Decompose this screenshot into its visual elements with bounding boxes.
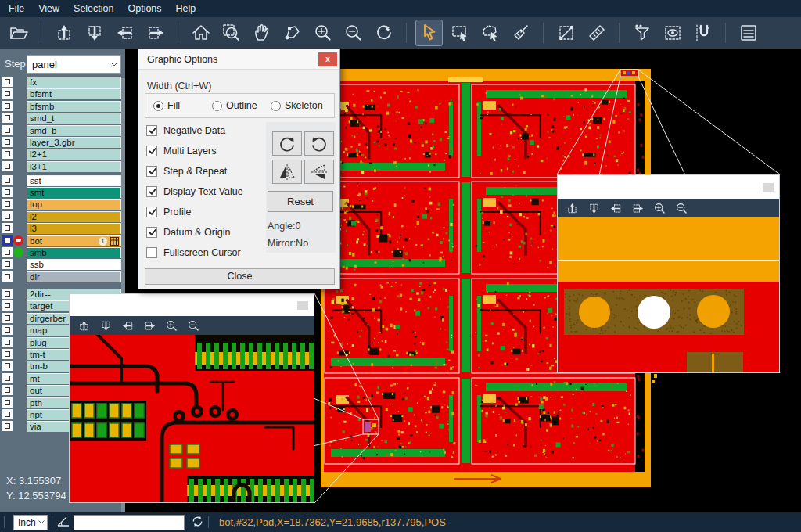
select-polygon-button[interactable]	[477, 20, 503, 45]
layer-chip-smd_t[interactable]: smd_t	[27, 113, 121, 124]
checkbox-fullscreen-cursor[interactable]: Fullscreen Cursor	[146, 247, 241, 258]
panel-left-button[interactable]	[118, 318, 137, 333]
layer-chip-smd_b[interactable]: smd_b	[27, 125, 121, 136]
rotate-ccw-button[interactable]	[304, 131, 334, 156]
zoom-window-button[interactable]	[218, 20, 244, 45]
layer-checkbox-tm-t[interactable]	[2, 349, 13, 359]
layer-checkbox-npt[interactable]	[2, 409, 13, 419]
dialog-titlebar[interactable]: Graphic Options x	[138, 49, 339, 70]
unit-select[interactable]: Inch	[13, 515, 48, 530]
layer-chip-sst[interactable]: sst	[27, 175, 121, 186]
layer-checkbox-layer_3.gbr[interactable]	[2, 137, 13, 147]
layer-chip-bfsmt[interactable]: bfsmt	[27, 88, 121, 99]
menu-help[interactable]: Help	[169, 2, 203, 16]
layer-checkbox-bfsmt[interactable]	[2, 88, 13, 99]
clear-highlight-button[interactable]	[508, 20, 533, 45]
filter-button[interactable]	[629, 20, 655, 45]
layer-checkbox-top[interactable]	[2, 199, 13, 209]
reset-button[interactable]: Reset	[268, 191, 333, 212]
zoom-out-button[interactable]	[672, 200, 691, 216]
zoom-out-button[interactable]	[184, 318, 203, 333]
layer-checkbox-pth[interactable]	[2, 397, 13, 408]
checkbox-display-text-value[interactable]: Display Text Value	[146, 186, 243, 197]
refresh-icon[interactable]	[191, 515, 204, 530]
flip-vertical-button[interactable]	[304, 160, 334, 184]
layer-chip-smt[interactable]: smt	[27, 187, 121, 198]
panel-down-button[interactable]	[96, 318, 115, 333]
radio-fill[interactable]: Fill	[153, 100, 180, 111]
dialog-close-button[interactable]: x	[318, 52, 337, 66]
layer-chip-l2[interactable]: l2	[27, 211, 121, 222]
layer-checkbox-bfsmb[interactable]	[2, 101, 13, 111]
step-select[interactable]: panel	[27, 55, 121, 74]
panel-up-button[interactable]	[51, 20, 77, 45]
layer-chip-fx[interactable]: fx	[27, 77, 121, 88]
snap-magnet-button[interactable]	[690, 20, 716, 45]
angle-mode-icon[interactable]	[56, 514, 70, 530]
flip-horizontal-button[interactable]	[272, 160, 302, 184]
zoom-window-right-titlebar[interactable]	[558, 175, 779, 199]
menu-file[interactable]: File	[2, 2, 31, 16]
menu-view[interactable]: View	[31, 2, 66, 16]
zoom-out-button[interactable]	[340, 20, 366, 45]
layer-chip-bot[interactable]: bot1	[27, 235, 121, 246]
panel-down-button[interactable]	[81, 20, 107, 45]
layer-indicator-red-dot[interactable]	[13, 235, 23, 246]
layer-table-button[interactable]	[735, 20, 761, 45]
panel-right-button[interactable]	[140, 318, 159, 333]
layer-chip-l2+1[interactable]: l2+1	[27, 149, 121, 160]
layer-checkbox-sst[interactable]	[2, 175, 13, 185]
layer-checkbox-out[interactable]	[2, 385, 13, 395]
menu-selection[interactable]: Selection	[66, 2, 120, 16]
layer-chip-top[interactable]: top	[27, 199, 121, 210]
zoom-window-left-titlebar[interactable]	[70, 294, 314, 316]
layer-checkbox-smt[interactable]	[2, 187, 13, 197]
layer-checkbox-fx[interactable]	[2, 77, 13, 87]
layer-chip-smb[interactable]: smb	[27, 247, 121, 258]
zoom-in-button[interactable]	[650, 200, 669, 216]
layer-checkbox-l3+1[interactable]	[2, 161, 13, 171]
layer-chip-layer_3.gbr[interactable]: layer_3.gbr	[27, 137, 121, 148]
zoom-in-button[interactable]	[162, 318, 181, 333]
select-rect-button[interactable]	[447, 20, 472, 45]
zoom-window-left[interactable]	[69, 293, 314, 503]
zoom-window-right[interactable]	[557, 174, 780, 373]
layer-chip-dir[interactable]: dir	[27, 271, 121, 282]
layer-chip-l3[interactable]: l3	[27, 223, 121, 234]
radio-skeleton[interactable]: Skeleton	[271, 100, 323, 111]
panel-right-button[interactable]	[628, 200, 647, 216]
checkbox-datum-origin[interactable]: Datum & Origin	[146, 227, 230, 238]
layer-checkbox-dir[interactable]	[2, 271, 13, 282]
layer-checkbox-l2[interactable]	[2, 211, 13, 221]
command-input[interactable]	[74, 515, 185, 530]
layer-checkbox-smb[interactable]	[2, 247, 13, 257]
layer-checkbox-target[interactable]	[2, 300, 13, 311]
layer-checkbox-bot[interactable]	[2, 235, 13, 246]
layer-checkbox-ssb[interactable]	[2, 259, 13, 269]
measure-ruler-button[interactable]	[584, 20, 609, 45]
layer-checkbox-l3[interactable]	[2, 223, 13, 233]
dialog-close-action-button[interactable]: Close	[145, 268, 335, 285]
layer-checkbox-l2+1[interactable]	[2, 149, 13, 159]
checkbox-profile[interactable]: Profile	[146, 207, 191, 217]
checkbox-step-repeat[interactable]: Step & Repeat	[146, 166, 227, 177]
layer-chip-bfsmb[interactable]: bfsmb	[27, 101, 121, 112]
layer-indicator-green-dot[interactable]	[13, 247, 23, 257]
layer-checkbox-dirgerber[interactable]	[2, 313, 13, 323]
open-folder-button[interactable]	[5, 20, 31, 45]
layer-checkbox-smd_b[interactable]	[2, 125, 13, 135]
zoom-window-right-menu-button[interactable]	[763, 183, 774, 192]
panel-up-button[interactable]	[562, 200, 581, 216]
pan-hand-button[interactable]	[249, 20, 275, 45]
zoom-polygon-button[interactable]	[279, 20, 305, 45]
panel-left-button[interactable]	[112, 20, 138, 45]
layer-grid-icon[interactable]	[110, 237, 119, 246]
layer-checkbox-2dir--[interactable]	[2, 289, 13, 299]
home-button[interactable]	[188, 20, 214, 45]
checkbox-multi-layers[interactable]: Multi Layers	[146, 146, 216, 156]
layer-checkbox-plug[interactable]	[2, 337, 13, 347]
layer-chip-l3+1[interactable]: l3+1	[27, 161, 121, 172]
radio-outline[interactable]: Outline	[212, 100, 257, 111]
select-cursor-button[interactable]	[416, 20, 442, 45]
layer-checkbox-tm-b[interactable]	[2, 361, 13, 371]
